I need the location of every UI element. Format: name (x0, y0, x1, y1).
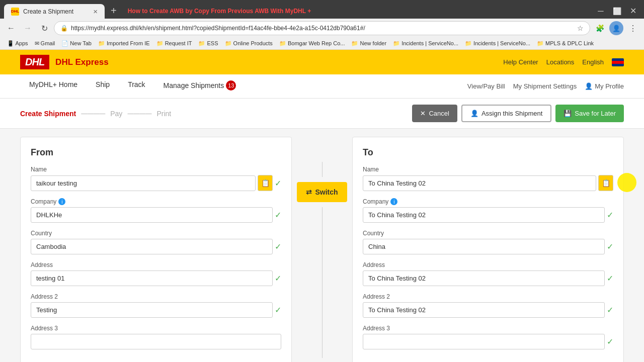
from-address-check: ✓ (275, 274, 281, 283)
to-section: To Name 📋 Company i ✓ (352, 137, 624, 362)
switch-button[interactable]: ⇄ Switch (297, 182, 347, 202)
to-address3-label: Address 3 (363, 325, 613, 332)
from-address3-label: Address 3 (31, 325, 281, 332)
minimize-btn[interactable]: ─ (594, 6, 608, 17)
dhl-express-label: DHL Express (55, 57, 109, 67)
to-country-input[interactable] (363, 239, 605, 254)
youtube-title-tab: How to Create AWB by Copy From Previous … (123, 5, 316, 18)
to-company-input[interactable] (363, 207, 605, 223)
browser-chrome: DHL Create a Shipment × + How to Create … (0, 0, 644, 50)
my-profile-link[interactable]: 👤 My Profile (585, 82, 624, 90)
bookmark-gmail[interactable]: ✉ Gmail (32, 39, 58, 48)
to-title: To (363, 147, 613, 158)
bookmark-ess[interactable]: 📁 ESS (195, 39, 221, 48)
bookmark-mpls[interactable]: 📁 MPLS & DPLC Link (534, 39, 597, 48)
star-icon[interactable]: ☆ (577, 24, 584, 32)
from-name-input[interactable] (31, 175, 256, 191)
cancel-button[interactable]: ✕ Cancel (412, 105, 457, 122)
bookmark-imported[interactable]: 📁 Imported From IE (95, 39, 153, 48)
steps-right: ✕ Cancel 👤 Assign this Shipment 💾 Save f… (412, 105, 624, 122)
restore-btn[interactable]: ⬜ (610, 6, 624, 17)
from-name-book-btn[interactable]: 📋 (258, 175, 273, 191)
from-country-group: Country ✓ (31, 230, 281, 254)
address-bar[interactable]: 🔒 https://mydhl.express.dhl/kh/en/shipme… (54, 21, 590, 35)
locations-link[interactable]: Locations (546, 58, 575, 66)
website: DHL DHL Express Help Center Locations En… (0, 50, 644, 362)
to-address-group: Address ✓ (363, 261, 613, 286)
from-company-input[interactable] (31, 207, 273, 223)
back-btn[interactable]: ← (4, 21, 18, 35)
bookmarks-bar: 📱 Apps ✉ Gmail 📄 New Tab 📁 Imported From… (0, 38, 644, 50)
close-window-btn[interactable]: ✕ (626, 6, 640, 17)
nav-home[interactable]: MyDHL+ Home (20, 74, 87, 98)
to-address2-group: Address 2 ✓ (363, 293, 613, 318)
extensions-btn[interactable]: 🧩 (593, 21, 607, 35)
to-address3-check: ✓ (607, 337, 613, 346)
dhl-logo-box: DHL (20, 55, 49, 69)
assign-icon: 👤 (470, 110, 478, 117)
to-address-input[interactable] (363, 270, 605, 286)
step-create: Create Shipment (20, 110, 76, 118)
from-address2-input[interactable] (31, 302, 273, 318)
from-name-check: ✓ (275, 178, 281, 188)
bookmark-new-folder[interactable]: 📁 New folder (348, 39, 389, 48)
new-tab-btn[interactable]: + (106, 3, 122, 19)
form-area: From Name 📋 ✓ Company i ✓ (0, 129, 644, 362)
save-for-later-button[interactable]: 💾 Save for Later (555, 105, 624, 122)
url-text: https://mydhl.express.dhl/kh/en/shipment… (71, 25, 574, 32)
bookmark-bomgar[interactable]: 📁 Bomgar Web Rep Co... (276, 39, 348, 48)
tab-close[interactable]: × (93, 7, 98, 16)
bookmark-incidents2[interactable]: 📁 Incidents | ServiceNo... (462, 39, 533, 48)
bookmark-apps[interactable]: 📱 Apps (4, 39, 31, 48)
to-name-label: Name (363, 166, 613, 173)
from-company-check: ✓ (275, 210, 281, 220)
reload-btn[interactable]: ↻ (37, 21, 51, 35)
language-link[interactable]: English (582, 58, 604, 66)
from-company-label: Company (31, 198, 56, 205)
from-name-label: Name (31, 166, 281, 173)
nav-track[interactable]: Track (119, 74, 154, 98)
nav-manage[interactable]: Manage Shipments 13 (154, 74, 246, 98)
to-company-info-icon: i (390, 198, 397, 205)
to-name-book-btn[interactable]: 📋 (598, 175, 613, 191)
help-center-link[interactable]: Help Center (503, 58, 538, 66)
from-address-group: Address ✓ (31, 261, 281, 286)
steps-bar: Create Shipment ———— Pay ———— Print ✕ Ca… (0, 99, 644, 129)
from-address-input[interactable] (31, 270, 273, 286)
nav-ship[interactable]: Ship (87, 74, 119, 98)
shipment-settings-link[interactable]: My Shipment Settings (513, 82, 577, 90)
to-address2-label: Address 2 (363, 293, 613, 300)
to-address2-input[interactable] (363, 302, 605, 318)
user-profile-btn[interactable]: 👤 (609, 21, 623, 35)
from-country-input[interactable] (31, 239, 273, 254)
cancel-icon: ✕ (420, 110, 426, 117)
to-country-group: Country ✓ (363, 230, 613, 254)
bookmark-request-it[interactable]: 📁 Request IT (153, 39, 195, 48)
view-pay-bill-link[interactable]: View/Pay Bill (467, 82, 505, 90)
save-icon: 💾 (564, 110, 572, 117)
to-name-group: Name 📋 (363, 166, 613, 191)
switch-icon: ⇄ (306, 188, 312, 196)
step-print: Print (156, 110, 171, 118)
assign-shipment-button[interactable]: 👤 Assign this Shipment (461, 105, 551, 122)
to-name-input[interactable] (363, 175, 596, 191)
dhl-nav: MyDHL+ Home Ship Track Manage Shipments … (0, 74, 644, 99)
bookmark-online[interactable]: 📁 Online Products (222, 39, 276, 48)
dhl-logo-wrap: DHL DHL Express (20, 55, 109, 69)
to-address3-input[interactable] (363, 334, 605, 349)
to-address2-check: ✓ (607, 305, 613, 315)
manage-badge: 13 (226, 80, 236, 90)
dhl-nav-left: MyDHL+ Home Ship Track Manage Shipments … (20, 74, 245, 98)
menu-btn[interactable]: ⋮ (626, 21, 640, 35)
bookmark-newtab[interactable]: 📄 New Tab (58, 39, 95, 48)
active-tab[interactable]: DHL Create a Shipment × (4, 4, 105, 19)
lock-icon: 🔒 (60, 25, 68, 32)
steps-left: Create Shipment ———— Pay ———— Print (20, 110, 171, 118)
step-divider-1: ———— (81, 110, 105, 117)
forward-btn[interactable]: → (21, 21, 35, 35)
bookmark-incidents1[interactable]: 📁 Incidents | ServiceNo... (390, 39, 461, 48)
from-address3-input[interactable] (31, 334, 281, 349)
to-address3-group: Address 3 ✓ (363, 325, 613, 349)
browser-toolbar: ← → ↻ 🔒 https://mydhl.express.dhl/kh/en/… (0, 19, 644, 38)
to-company-group: Company i ✓ (363, 198, 613, 223)
